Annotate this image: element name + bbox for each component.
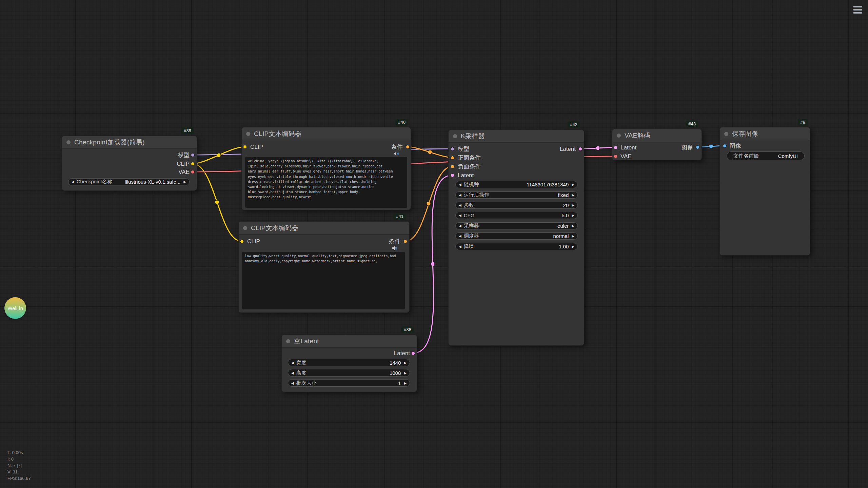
output-port-latent[interactable] <box>578 147 582 151</box>
node-titlebar[interactable]: 空Latent <box>282 335 417 348</box>
stepper-left-arrow-icon[interactable]: ◀ <box>459 183 461 186</box>
stepper-left-arrow-icon[interactable]: ◀ <box>459 245 461 248</box>
stepper-left-arrow-icon[interactable]: ◀ <box>291 361 294 365</box>
stepper-left-arrow-icon[interactable]: ◀ <box>459 214 461 217</box>
input-port-positive[interactable] <box>451 156 454 160</box>
output-port-conditioning[interactable] <box>406 145 410 149</box>
output-port-conditioning[interactable] <box>403 240 407 243</box>
link-dot-latent-out[interactable] <box>596 146 600 150</box>
stepper-right-arrow-icon[interactable]: ▶ <box>572 234 574 238</box>
input-port-latent[interactable] <box>451 174 454 177</box>
widget-scheduler[interactable]: ◀ 调度器 normal ▶ <box>455 232 578 240</box>
input-label-latent: Latent <box>458 172 474 179</box>
widget-cfg[interactable]: ◀ CFG 5.0 ▶ <box>455 212 578 219</box>
node-vae-decode[interactable]: #43 VAE解码 Latent VAE 图像 <box>612 129 702 160</box>
node-save-image[interactable]: #9 保存图像 图像 文件名前缀 ComfyUI <box>719 127 810 256</box>
input-port-latent[interactable] <box>614 146 617 149</box>
widget-steps[interactable]: ◀ 步数 20 ▶ <box>455 202 578 209</box>
collapse-dot-icon[interactable] <box>286 339 290 343</box>
stepper-right-arrow-icon[interactable]: ▶ <box>572 193 574 197</box>
stat-line-nodes: N: 7 [7] <box>7 462 31 469</box>
widget-width[interactable]: ◀ 宽度 1440 ▶ <box>288 359 410 366</box>
link-dot-clip-positive[interactable] <box>217 153 221 157</box>
speaker-icon[interactable] <box>392 246 398 251</box>
link-dot-cond-negative[interactable] <box>427 202 431 206</box>
stepper-right-arrow-icon[interactable]: ▶ <box>404 381 407 385</box>
stepper-right-arrow-icon[interactable]: ▶ <box>572 214 574 217</box>
link-dot-clip-negative[interactable] <box>215 200 219 204</box>
input-port-image[interactable] <box>723 144 727 148</box>
stepper-right-arrow-icon[interactable]: ▶ <box>572 224 574 228</box>
comfyui-canvas[interactable]: { "colors": { "model": "#B39DDB", "clip"… <box>0 0 868 488</box>
collapse-dot-icon[interactable] <box>724 132 728 136</box>
stepper-left-arrow-icon[interactable]: ◀ <box>459 224 461 228</box>
stepper-left-arrow-icon[interactable]: ◀ <box>459 203 461 207</box>
prompt-textarea-positive[interactable]: welchino, yanyo \(ogino atsuki\), kita \… <box>245 157 407 208</box>
weilin-logo-button[interactable]: WeiLin <box>4 297 26 319</box>
stepper-right-arrow-icon[interactable]: ▶ <box>572 203 574 207</box>
node-titlebar[interactable]: K采样器 <box>449 130 584 143</box>
output-port-image[interactable] <box>696 145 699 149</box>
widget-sampler-name[interactable]: ◀ 采样器 euler ▶ <box>455 222 578 229</box>
widget-seed[interactable]: ◀ 随机种 114830176381849 ▶ <box>455 181 578 188</box>
hamburger-menu-icon[interactable] <box>853 6 862 15</box>
node-id-badge: #9 <box>798 119 808 126</box>
node-clip-encode-negative[interactable]: #41 CLIP文本编码器 CLIP 条件 low quality,worst … <box>238 221 410 313</box>
output-port-clip[interactable] <box>191 162 195 166</box>
node-checkpoint-loader[interactable]: #39 Checkpoint加载器(简易) 模型 CLIP VAE ◀ Chec… <box>62 136 197 191</box>
input-label-latent: Latent <box>620 144 636 151</box>
stepper-right-arrow-icon[interactable]: ▶ <box>404 361 407 365</box>
output-port-model[interactable] <box>191 153 195 157</box>
node-id-badge: #43 <box>686 121 698 127</box>
stepper-left-arrow-icon[interactable]: ◀ <box>459 193 461 197</box>
collapse-dot-icon[interactable] <box>243 226 247 230</box>
output-label-latent: Latent <box>394 350 410 357</box>
widget-checkpoint-name[interactable]: ◀ Checkpoint名称 Illustrious-XL-v0.1.safe.… <box>68 178 190 185</box>
input-label-image: 图像 <box>730 143 741 149</box>
stepper-right-arrow-icon[interactable]: ▶ <box>572 183 574 186</box>
combo-right-arrow-icon[interactable]: ▶ <box>183 180 186 184</box>
link-dot-cond-positive[interactable] <box>428 150 432 154</box>
stepper-left-arrow-icon[interactable]: ◀ <box>459 234 461 238</box>
stepper-right-arrow-icon[interactable]: ▶ <box>404 371 407 375</box>
collapse-dot-icon[interactable] <box>617 134 621 138</box>
prompt-textarea-negative[interactable]: low quality,worst quality,normal quality… <box>242 252 405 309</box>
stepper-left-arrow-icon[interactable]: ◀ <box>291 381 294 385</box>
node-titlebar[interactable]: VAE解码 <box>612 129 702 142</box>
stat-line-iterations: I: 0 <box>7 456 31 462</box>
combo-left-arrow-icon[interactable]: ◀ <box>72 180 74 184</box>
stepper-left-arrow-icon[interactable]: ◀ <box>291 371 294 375</box>
output-label-model: 模型 <box>178 152 190 159</box>
output-port-vae[interactable] <box>191 170 195 174</box>
widget-denoise[interactable]: ◀ 降噪 1.00 ▶ <box>455 243 578 250</box>
link-dot-latent-in[interactable] <box>431 262 435 266</box>
node-ksampler[interactable]: #42 K采样器 模型 正面条件 负面条件 Latent Latent ◀ 随机… <box>448 129 584 346</box>
node-id-badge: #40 <box>395 119 408 126</box>
input-port-model[interactable] <box>451 147 454 151</box>
node-empty-latent[interactable]: #38 空Latent Latent ◀ 宽度 1440 ▶ ◀ 高度 1008… <box>281 334 417 392</box>
collapse-dot-icon[interactable] <box>453 134 457 138</box>
widget-control-after-generate[interactable]: ◀ 运行后操作 fixed ▶ <box>455 191 578 199</box>
input-port-negative[interactable] <box>451 165 454 168</box>
input-port-clip[interactable] <box>243 145 247 149</box>
input-label-positive: 正面条件 <box>458 155 481 161</box>
node-titlebar[interactable]: CLIP文本编码器 <box>242 127 411 140</box>
speaker-icon[interactable] <box>394 151 399 156</box>
widget-value: 1 <box>398 380 401 386</box>
collapse-dot-icon[interactable] <box>66 140 71 144</box>
stats-overlay: T: 0.00s I: 0 N: 7 [7] V: 31 FPS:166.67 <box>7 449 31 482</box>
widget-batch-size[interactable]: ◀ 批次大小 1 ▶ <box>288 379 410 387</box>
link-dot-image[interactable] <box>709 144 713 148</box>
widget-filename-prefix[interactable]: 文件名前缀 ComfyUI <box>727 151 805 160</box>
node-titlebar[interactable]: 保存图像 <box>720 127 810 140</box>
input-port-vae[interactable] <box>614 155 617 158</box>
input-port-clip[interactable] <box>240 240 244 243</box>
collapse-dot-icon[interactable] <box>246 132 250 136</box>
output-port-latent[interactable] <box>411 351 415 355</box>
node-titlebar[interactable]: CLIP文本编码器 <box>239 222 409 235</box>
widget-height[interactable]: ◀ 高度 1008 ▶ <box>288 369 410 377</box>
node-titlebar[interactable]: Checkpoint加载器(简易) <box>62 136 197 149</box>
node-clip-encode-positive[interactable]: #40 CLIP文本编码器 CLIP 条件 welchino, yanyo \(… <box>241 127 411 210</box>
widget-label: 文件名前缀 <box>733 153 759 159</box>
stepper-right-arrow-icon[interactable]: ▶ <box>572 245 574 248</box>
